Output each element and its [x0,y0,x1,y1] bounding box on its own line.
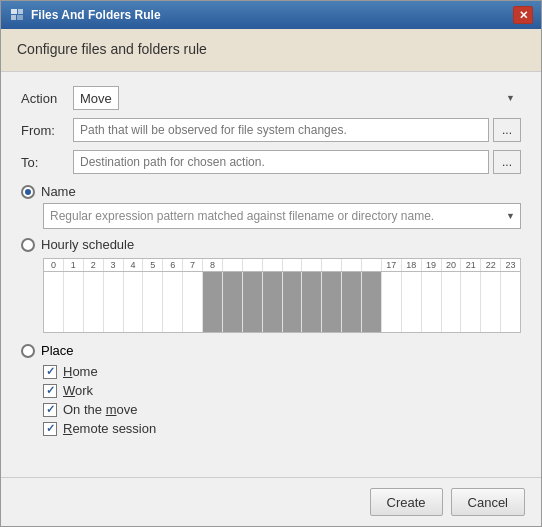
name-dropdown-wrap: Regular expression pattern matched again… [43,203,521,229]
hour-cell-2[interactable] [84,272,104,332]
hour-cell-12[interactable] [283,272,303,332]
hour-label-17: 17 [382,259,402,271]
hour-cell-8[interactable] [203,272,223,332]
window-icon [9,7,25,23]
hour-label-5: 5 [143,259,163,271]
hour-cell-13[interactable] [302,272,322,332]
place-home-checkbox[interactable] [43,365,57,379]
hour-label-19: 19 [422,259,442,271]
place-work-item[interactable]: Work [43,383,521,398]
hour-label-16 [362,259,382,271]
place-home-label: Home [63,364,98,379]
hour-cell-17[interactable] [382,272,402,332]
place-onthemove-checkbox[interactable] [43,403,57,417]
place-label: Place [41,343,74,358]
hour-cell-6[interactable] [163,272,183,332]
action-select[interactable]: Move [73,86,119,110]
hour-cell-19[interactable] [422,272,442,332]
place-section: Place Home Work On the move Remote sess [21,343,521,436]
place-radio-button[interactable] [21,344,35,358]
hour-cell-14[interactable] [322,272,342,332]
place-remotesession-item[interactable]: Remote session [43,421,521,436]
hour-cell-0[interactable] [44,272,64,332]
from-input[interactable] [73,118,489,142]
name-label: Name [41,184,76,199]
hour-cell-11[interactable] [263,272,283,332]
header-section: Configure files and folders rule [1,29,541,72]
hour-grid[interactable]: 0 1 2 3 4 5 6 7 8 17 [43,258,521,333]
place-remotesession-checkbox[interactable] [43,422,57,436]
hour-label-20: 20 [442,259,462,271]
hour-label-21: 21 [461,259,481,271]
main-window: Files And Folders Rule ✕ Configure files… [0,0,542,527]
hour-cell-9[interactable] [223,272,243,332]
title-bar: Files And Folders Rule ✕ [1,1,541,29]
svg-rect-2 [11,15,16,20]
close-button[interactable]: ✕ [513,6,533,24]
hour-label-10 [243,259,263,271]
hourly-radio-button[interactable] [21,238,35,252]
to-input[interactable] [73,150,489,174]
hour-cell-4[interactable] [124,272,144,332]
hourly-radio-label[interactable]: Hourly schedule [21,237,521,252]
place-onthemove-item[interactable]: On the move [43,402,521,417]
hourly-schedule-section: Hourly schedule 0 1 2 3 4 5 6 7 8 [21,237,521,333]
hour-labels-row: 0 1 2 3 4 5 6 7 8 17 [44,259,520,272]
dialog-title: Configure files and folders rule [17,41,525,57]
action-row: Action Move [21,86,521,110]
to-label: To: [21,155,73,170]
action-label: Action [21,91,73,106]
hour-label-13 [302,259,322,271]
hour-label-18: 18 [402,259,422,271]
hour-cell-23[interactable] [501,272,520,332]
hour-cell-3[interactable] [104,272,124,332]
hour-cells-row[interactable] [44,272,520,332]
name-radio-label[interactable]: Name [21,184,76,199]
hour-label-12 [283,259,303,271]
hour-cell-21[interactable] [461,272,481,332]
hour-cell-7[interactable] [183,272,203,332]
to-browse-button[interactable]: ... [493,150,521,174]
hour-label-1: 1 [64,259,84,271]
from-browse-button[interactable]: ... [493,118,521,142]
place-work-checkbox[interactable] [43,384,57,398]
hour-label-6: 6 [163,259,183,271]
hour-label-14 [322,259,342,271]
hour-cell-20[interactable] [442,272,462,332]
name-section-row: Name [21,184,521,199]
window-title: Files And Folders Rule [31,8,513,22]
hour-label-2: 2 [84,259,104,271]
place-remotesession-label: Remote session [63,421,156,436]
hour-cell-16[interactable] [362,272,382,332]
hour-label-15 [342,259,362,271]
place-home-item[interactable]: Home [43,364,521,379]
hour-label-11 [263,259,283,271]
hour-label-22: 22 [481,259,501,271]
svg-rect-1 [18,9,23,14]
from-row: From: ... [21,118,521,142]
create-button[interactable]: Create [370,488,443,516]
to-row: To: ... [21,150,521,174]
name-dropdown[interactable]: Regular expression pattern matched again… [43,203,521,229]
hour-cell-1[interactable] [64,272,84,332]
hour-label-7: 7 [183,259,203,271]
cancel-button[interactable]: Cancel [451,488,525,516]
hour-label-23: 23 [501,259,520,271]
name-radio-button[interactable] [21,185,35,199]
svg-rect-0 [11,9,17,14]
hour-label-0: 0 [44,259,64,271]
svg-rect-3 [17,15,23,20]
content-area: Action Move From: ... To: ... Name [1,72,541,477]
hour-cell-15[interactable] [342,272,362,332]
action-select-wrap: Move [73,86,521,110]
hour-cell-5[interactable] [143,272,163,332]
hour-label-4: 4 [124,259,144,271]
hour-label-9 [223,259,243,271]
hour-cell-10[interactable] [243,272,263,332]
footer: Create Cancel [1,477,541,526]
place-header: Place [21,343,521,358]
hour-cell-18[interactable] [402,272,422,332]
hour-cell-22[interactable] [481,272,501,332]
place-checkbox-list: Home Work On the move Remote session [43,364,521,436]
hour-label-3: 3 [104,259,124,271]
